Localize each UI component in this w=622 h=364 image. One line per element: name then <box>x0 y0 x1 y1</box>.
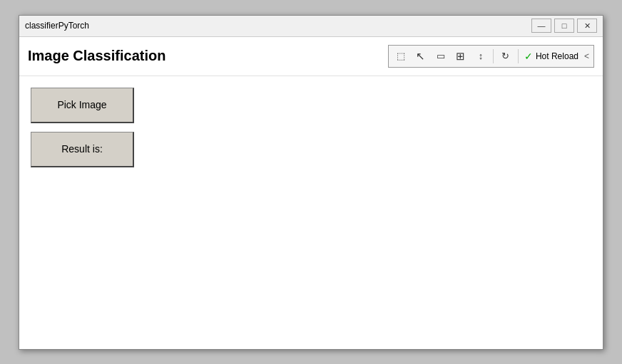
header-row: Image Classification ⬚ ↖ ▭ ⊞ ↕ <box>19 37 603 76</box>
cursor-tool-button[interactable]: ↖ <box>412 47 430 66</box>
toolbar: ⬚ ↖ ▭ ⊞ ↕ ↻ <box>388 45 594 68</box>
rect-tool-button[interactable]: ▭ <box>432 47 450 66</box>
toolbar-collapse-button[interactable]: < <box>583 51 591 61</box>
toolbar-separator-2 <box>518 49 519 63</box>
window-title: classifierPyTorch <box>25 21 89 31</box>
pick-image-button[interactable]: Pick Image <box>31 88 134 123</box>
hot-reload-toggle[interactable]: ✓ Hot Reload <box>521 51 581 62</box>
refresh-button[interactable]: ↻ <box>496 47 515 66</box>
select-tool-button[interactable]: ⬚ <box>392 47 410 66</box>
minimize-button[interactable]: — <box>531 19 551 33</box>
close-button[interactable]: ✕ <box>577 19 597 33</box>
app-window: classifierPyTorch — □ ✕ Image Classifica… <box>19 15 603 350</box>
title-bar-controls: — □ ✕ <box>531 19 597 33</box>
inspect-icon: ⊞ <box>456 50 465 63</box>
maximize-button[interactable]: □ <box>554 19 574 33</box>
page-title: Image Classification <box>28 48 165 64</box>
title-bar: classifierPyTorch — □ ✕ <box>19 16 603 37</box>
pointer-icon: ↕ <box>479 51 484 61</box>
refresh-icon: ↻ <box>501 51 509 61</box>
main-content: Pick Image Result is: <box>19 76 603 349</box>
inspect-tool-button[interactable]: ⊞ <box>452 47 470 66</box>
hot-reload-label: Hot Reload <box>536 51 578 61</box>
cursor-icon: ↖ <box>416 50 425 63</box>
toolbar-separator <box>493 49 494 63</box>
content-area: Image Classification ⬚ ↖ ▭ ⊞ ↕ <box>19 37 603 349</box>
pointer-tool-button[interactable]: ↕ <box>471 47 490 66</box>
select-icon: ⬚ <box>397 51 405 61</box>
hot-reload-check-icon: ✓ <box>524 51 533 62</box>
rect-icon: ▭ <box>437 51 445 61</box>
result-display: Result is: <box>31 132 134 167</box>
